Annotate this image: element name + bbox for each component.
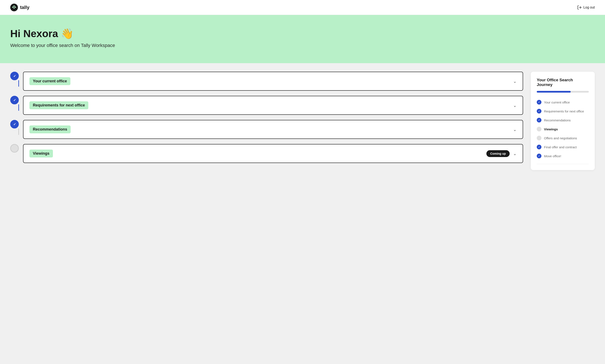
progress-bar-container bbox=[537, 91, 589, 93]
svg-point-0 bbox=[11, 4, 18, 11]
journey-label-3: Recommendations bbox=[544, 118, 571, 122]
logout-button[interactable]: Log out bbox=[577, 5, 595, 10]
step-circle-1: ✓ bbox=[10, 72, 19, 80]
journey-item-1: ✓ Your current office bbox=[537, 98, 589, 107]
step-card-current-office[interactable]: Your current office ⌄ bbox=[23, 72, 523, 91]
check-icon-2: ✓ bbox=[13, 98, 16, 102]
step-card-viewings[interactable]: Viewings Coming up ⌄ bbox=[23, 144, 523, 163]
coming-up-badge: Coming up bbox=[486, 150, 510, 157]
logout-icon bbox=[577, 5, 582, 10]
journey-item-6: ✓ Final offer and contract bbox=[537, 143, 589, 152]
main-content: ✓ Your current office ⌄ ✓ Requirements f… bbox=[0, 63, 605, 179]
step-indicator-3: ✓ bbox=[10, 120, 19, 144]
hero-section: Hi Nexora 👋 Welcome to your office searc… bbox=[0, 15, 605, 63]
step-indicator-4 bbox=[10, 144, 19, 163]
step-card-recommendations[interactable]: Recommendations ⌄ bbox=[23, 120, 523, 139]
progress-bar-fill bbox=[537, 91, 571, 93]
logo-area: tally bbox=[10, 4, 29, 11]
journey-icon-5 bbox=[537, 136, 541, 140]
hero-greeting: Hi Nexora 👋 bbox=[10, 28, 595, 40]
journey-label-6: Final offer and contract bbox=[544, 145, 577, 149]
journey-sidebar: Your Office Search Journey ✓ Your curren… bbox=[531, 72, 595, 170]
journey-icon-6: ✓ bbox=[537, 145, 541, 149]
steps-section: ✓ Your current office ⌄ ✓ Requirements f… bbox=[10, 72, 523, 163]
chevron-down-icon-3: ⌄ bbox=[513, 127, 517, 132]
chevron-down-icon-2: ⌄ bbox=[513, 103, 517, 108]
tally-logo-icon bbox=[10, 4, 18, 11]
journey-divider bbox=[537, 164, 589, 164]
hero-subtitle: Welcome to your office search on Tally W… bbox=[10, 43, 595, 48]
line-3 bbox=[18, 129, 19, 135]
step-label-current-office: Your current office bbox=[29, 77, 70, 85]
step-circle-3: ✓ bbox=[10, 120, 19, 129]
check-icon-3: ✓ bbox=[13, 122, 16, 126]
journey-icon-4 bbox=[537, 127, 541, 131]
check-icon-1: ✓ bbox=[13, 74, 16, 78]
journey-item-4: Viewings bbox=[537, 125, 589, 134]
journey-item-5: Offers and negotiations bbox=[537, 134, 589, 143]
journey-icon-1: ✓ bbox=[537, 100, 541, 104]
step-right-1: ⌄ bbox=[513, 79, 517, 84]
journey-label-2: Requirements for next office bbox=[544, 109, 584, 113]
step-indicator-2: ✓ bbox=[10, 96, 19, 120]
journey-item-7: ✓ Move office! bbox=[537, 152, 589, 160]
journey-icon-2: ✓ bbox=[537, 109, 541, 114]
journey-label-1: Your current office bbox=[544, 101, 570, 104]
journey-label-5: Offers and negotiations bbox=[544, 136, 577, 140]
logo-text: tally bbox=[20, 5, 29, 10]
journey-icon-7: ✓ bbox=[537, 154, 541, 158]
step-right-3: ⌄ bbox=[513, 127, 517, 132]
step-label-requirements: Requirements for next office bbox=[29, 101, 88, 109]
chevron-down-icon-1: ⌄ bbox=[513, 79, 517, 84]
line-1 bbox=[18, 80, 19, 87]
step-indicator-1: ✓ bbox=[10, 72, 19, 96]
journey-label-7: Move office! bbox=[544, 154, 561, 158]
step-circle-4 bbox=[10, 144, 19, 153]
step-circle-2: ✓ bbox=[10, 96, 19, 104]
journey-item-2: ✓ Requirements for next office bbox=[537, 107, 589, 116]
journey-title: Your Office Search Journey bbox=[537, 78, 589, 87]
chevron-down-icon-4: ⌄ bbox=[513, 151, 517, 156]
step-card-requirements[interactable]: Requirements for next office ⌄ bbox=[23, 96, 523, 115]
step-label-recommendations: Recommendations bbox=[29, 125, 71, 133]
journey-item-3: ✓ Recommendations bbox=[537, 116, 589, 125]
step-label-viewings: Viewings bbox=[29, 150, 53, 157]
line-2 bbox=[18, 104, 19, 111]
step-right-4: Coming up ⌄ bbox=[486, 150, 517, 157]
header: tally Log out bbox=[0, 0, 605, 15]
step-right-2: ⌄ bbox=[513, 103, 517, 108]
journey-icon-3: ✓ bbox=[537, 118, 541, 122]
journey-label-4: Viewings bbox=[544, 127, 558, 131]
logout-label: Log out bbox=[583, 6, 595, 9]
